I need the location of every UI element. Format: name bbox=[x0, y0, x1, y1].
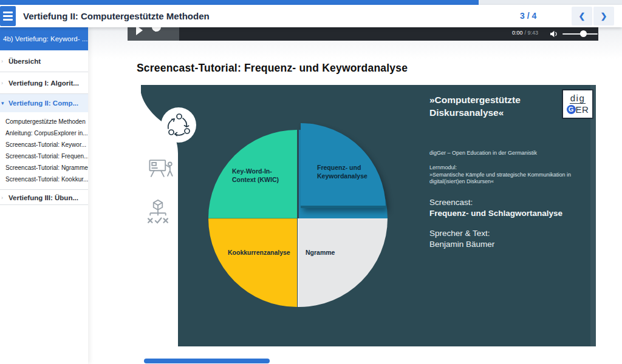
video-time: 0:00/ 9:43 bbox=[512, 30, 538, 36]
pie-label-ngramme: Ngramme bbox=[306, 249, 335, 257]
sidebar-item-label: Vertiefung III: Übun... bbox=[9, 194, 78, 201]
video-time-total: / 9:43 bbox=[525, 30, 539, 36]
play-icon bbox=[136, 27, 143, 35]
chevron-right-icon: › bbox=[1, 190, 3, 205]
sidebar-subitem[interactable]: Screencast-Tutorial: Ngramme bbox=[5, 162, 88, 174]
module-title: Vertiefung II: Computergestützte Methode… bbox=[23, 5, 210, 27]
previous-page-button[interactable]: ❮ bbox=[572, 7, 592, 25]
volume-slider-handle[interactable] bbox=[580, 30, 587, 37]
chevron-right-icon: › bbox=[1, 50, 3, 72]
slide-module-info: Lernmodul: »Semantische Kämpfe und strat… bbox=[429, 164, 589, 186]
cycle-badge bbox=[161, 107, 196, 143]
sidebar-item-vertiefung-2[interactable]: ▾ Vertiefung II: Comp... bbox=[0, 94, 88, 112]
logo-g-badge: G bbox=[567, 105, 576, 114]
sidebar-subitem[interactable]: Screencast-Tutorial: Kookkur... bbox=[5, 174, 88, 185]
pie-segment-edge bbox=[301, 206, 386, 208]
sidebar-item-label: Übersicht bbox=[9, 58, 41, 65]
slide-byline: digGer – Open Education in der Germanist… bbox=[429, 150, 537, 156]
sidebar-subitem[interactable]: Computergestützte Methoden bbox=[5, 116, 88, 127]
sidebar: 4b) Vertiefung: Keyword- ... › Übersicht… bbox=[0, 27, 88, 364]
sidebar-module-header[interactable]: 4b) Vertiefung: Keyword- ... bbox=[0, 27, 88, 50]
sidebar-subitem[interactable]: Screencast-Tutorial: Keywor... bbox=[5, 139, 88, 150]
volume-icon[interactable] bbox=[550, 30, 558, 38]
sidebar-item-uebersicht[interactable]: › Übersicht bbox=[0, 50, 88, 72]
horizontal-scrollbar-thumb[interactable] bbox=[144, 359, 270, 363]
header-bar: Vertiefung II: Computergestützte Methode… bbox=[0, 5, 622, 27]
hamburger-icon bbox=[3, 12, 13, 13]
presentation-icon bbox=[149, 158, 174, 178]
page-indicator: 3 / 4 bbox=[520, 5, 536, 27]
pie-label-kookkurrenz: Kookkurrenzanalyse bbox=[228, 249, 290, 257]
sidebar-item-label: Vertiefung I: Algorit... bbox=[9, 79, 79, 87]
video-player-controls[interactable]: 0:00/ 9:43 bbox=[128, 27, 598, 41]
slide-right-edge-highlight bbox=[590, 85, 596, 346]
slide-image: Key-Word-In- Context (KWIC) Frequenz- un… bbox=[141, 85, 596, 346]
course-progress-track bbox=[0, 0, 622, 5]
logo-text-dig: dig bbox=[570, 93, 586, 104]
chevron-down-icon: ▾ bbox=[1, 94, 4, 112]
pie-label-kwic: Key-Word-In- Context (KWIC) bbox=[232, 167, 279, 184]
slide-speaker-info: Sprecher & Text: Benjamin Bäumer bbox=[429, 228, 494, 249]
pie-segment-kookkurrenz bbox=[208, 218, 297, 307]
page-title: Screencast-Tutorial: Frequenz- und Keywo… bbox=[137, 62, 408, 75]
sidebar-item-vertiefung-3[interactable]: › Vertiefung III: Übun... bbox=[0, 189, 88, 205]
pie-chart: Key-Word-In- Context (KWIC) Frequenz- un… bbox=[208, 130, 388, 307]
chevron-left-icon: ❮ bbox=[579, 12, 586, 21]
video-play-area[interactable] bbox=[128, 27, 179, 41]
chevron-right-icon: › bbox=[1, 72, 3, 94]
slide-screencast-info: Screencast: Frequenz- und Schlagwortanal… bbox=[429, 197, 562, 218]
sidebar-sublist: Computergestützte Methoden Anleitung: Co… bbox=[0, 112, 88, 189]
logo-text-er: ER bbox=[576, 104, 589, 115]
sidebar-subitem[interactable]: Screencast-Tutorial: Frequen... bbox=[5, 150, 88, 162]
chevron-right-icon: ❯ bbox=[601, 12, 607, 21]
decision-tree-icon bbox=[146, 198, 170, 225]
video-time-current: 0:00 bbox=[512, 30, 523, 36]
sidebar-item-label: Vertiefung II: Comp... bbox=[9, 99, 78, 107]
pie-divider-horizontal bbox=[208, 218, 297, 219]
next-page-button[interactable]: ❯ bbox=[593, 7, 614, 25]
slide-heading: »Computergestützte Diskursanalyse« bbox=[429, 94, 521, 119]
menu-button[interactable] bbox=[0, 6, 16, 26]
sidebar-item-vertiefung-1[interactable]: › Vertiefung I: Algorit... bbox=[0, 72, 88, 94]
sidebar-subitem[interactable]: Anleitung: CorpusExplorer in... bbox=[5, 127, 88, 139]
app-window: Vertiefung II: Computergestützte Methode… bbox=[0, 0, 622, 364]
pie-label-frequenz: Frequenz- und Keywordanalyse bbox=[317, 164, 367, 180]
digger-logo: dig G ER bbox=[562, 89, 593, 119]
pie-segment-ngramme bbox=[299, 218, 388, 307]
course-progress-fill bbox=[0, 0, 479, 5]
content-area: 0:00/ 9:43 Screencast-Tutorial: Frequenz… bbox=[88, 27, 622, 364]
player-knob-icon bbox=[152, 27, 161, 32]
pie-divider-vertical bbox=[298, 218, 299, 307]
